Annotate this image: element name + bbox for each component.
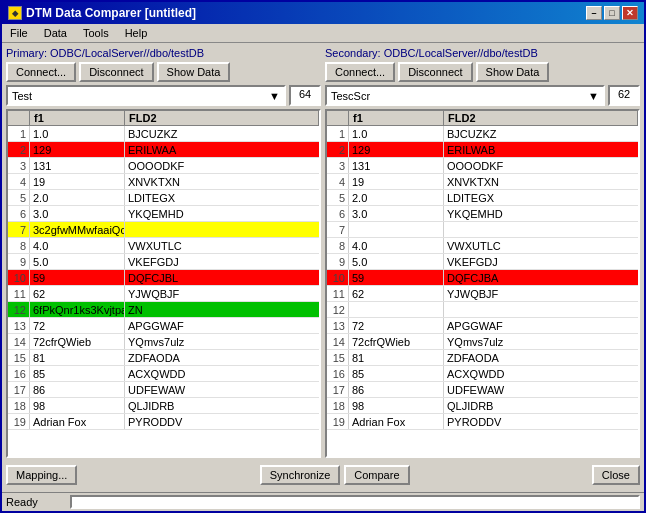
table-row[interactable]: 18 98 QLJIDRB — [8, 398, 319, 414]
close-button-bottom[interactable]: Close — [592, 465, 640, 485]
row-fld2 — [125, 222, 319, 237]
table-row[interactable]: 14 72cfrQWieb YQmvs7ulz — [8, 334, 319, 350]
table-row[interactable]: 17 86 UDFEWAW — [8, 382, 319, 398]
row-fld2: YKQEMHD — [444, 206, 638, 221]
secondary-disconnect-button[interactable]: Disconnect — [398, 62, 472, 82]
row-num: 11 — [8, 286, 30, 301]
table-row[interactable]: 3 131 OOOODKF — [8, 158, 319, 174]
row-f1: 59 — [349, 270, 444, 285]
main-content: Primary: ODBC/LocalServer//dbo/testDB Co… — [2, 43, 644, 492]
table-row[interactable]: 7 3c2gfwMMwfaaiQcsWcagvY9f... — [8, 222, 319, 238]
table-row[interactable]: 5 2.0 LDITEGX — [8, 190, 319, 206]
secondary-show-data-button[interactable]: Show Data — [476, 62, 550, 82]
table-row[interactable]: 16 85 ACXQWDD — [327, 366, 638, 382]
table-row[interactable]: 12 6fPkQnr1ks3KvjtpadtZvW19... ZN — [8, 302, 319, 318]
row-f1: 4.0 — [349, 238, 444, 253]
menu-data[interactable]: Data — [40, 26, 71, 40]
table-row[interactable]: 5 2.0 LDITEGX — [327, 190, 638, 206]
table-row[interactable]: 9 5.0 VKEFGDJ — [8, 254, 319, 270]
row-f1 — [349, 222, 444, 237]
menu-tools[interactable]: Tools — [79, 26, 113, 40]
table-row[interactable]: 10 59 DQFCJBA — [327, 270, 638, 286]
table-row[interactable]: 16 85 ACXQWDD — [8, 366, 319, 382]
row-f1: 6fPkQnr1ks3KvjtpadtZvW19... — [30, 302, 125, 317]
row-f1: 1.0 — [349, 126, 444, 141]
table-row[interactable]: 11 62 YJWQBJF — [8, 286, 319, 302]
table-row[interactable]: 13 72 APGGWAF — [327, 318, 638, 334]
row-f1: 3.0 — [349, 206, 444, 221]
table-row[interactable]: 10 59 DQFCJBL — [8, 270, 319, 286]
primary-controls: Connect... Disconnect Show Data — [6, 62, 321, 82]
menu-file[interactable]: File — [6, 26, 32, 40]
table-row[interactable]: 11 62 YJWQBJF — [327, 286, 638, 302]
row-num: 10 — [8, 270, 30, 285]
table-row[interactable]: 3 131 OOOODKF — [327, 158, 638, 174]
table-row[interactable]: 15 81 ZDFAODA — [327, 350, 638, 366]
table-row[interactable]: 19 Adrian Fox PYRODDV — [8, 414, 319, 430]
secondary-connect-button[interactable]: Connect... — [325, 62, 395, 82]
table-row[interactable]: 1 1.0 BJCUZKZ — [8, 126, 319, 142]
secondary-col-fld2: FLD2 — [444, 111, 638, 125]
maximize-button[interactable]: □ — [604, 6, 620, 20]
table-row[interactable]: 12 — [327, 302, 638, 318]
mapping-button[interactable]: Mapping... — [6, 465, 77, 485]
table-row[interactable]: 17 86 UDFEWAW — [327, 382, 638, 398]
row-fld2: BJCUZKZ — [444, 126, 638, 141]
table-row[interactable]: 2 129 ERILWAA — [8, 142, 319, 158]
primary-count: 64 — [289, 85, 321, 106]
row-fld2: YKQEMHD — [125, 206, 319, 221]
title-bar-left: ◆ DTM Data Comparer [untitled] — [8, 6, 196, 20]
primary-show-data-button[interactable]: Show Data — [157, 62, 231, 82]
primary-table-body: 1 1.0 BJCUZKZ 2 129 ERILWAA 3 131 OOOODK… — [8, 126, 319, 456]
primary-table-dropdown[interactable]: Test ▼ — [6, 85, 286, 106]
compare-button[interactable]: Compare — [344, 465, 409, 485]
status-text: Ready — [6, 496, 66, 508]
table-row[interactable]: 9 5.0 VKEFGDJ — [327, 254, 638, 270]
table-row[interactable]: 13 72 APGGWAF — [8, 318, 319, 334]
secondary-table-dropdown[interactable]: TescScr ▼ — [325, 85, 605, 106]
row-num: 4 — [8, 174, 30, 189]
row-fld2 — [444, 222, 638, 237]
table-row[interactable]: 15 81 ZDFAODA — [8, 350, 319, 366]
row-f1: 98 — [30, 398, 125, 413]
menu-help[interactable]: Help — [121, 26, 152, 40]
primary-connect-button[interactable]: Connect... — [6, 62, 76, 82]
table-row[interactable]: 8 4.0 VWXUTLC — [327, 238, 638, 254]
row-num: 5 — [8, 190, 30, 205]
row-f1: 5.0 — [30, 254, 125, 269]
row-num: 10 — [327, 270, 349, 285]
row-num: 9 — [8, 254, 30, 269]
row-f1: 1.0 — [30, 126, 125, 141]
row-fld2: QLJIDRB — [125, 398, 319, 413]
table-row[interactable]: 14 72cfrQWieb YQmvs7ulz — [327, 334, 638, 350]
row-f1: 72cfrQWieb — [30, 334, 125, 349]
row-num: 4 — [327, 174, 349, 189]
close-button[interactable]: ✕ — [622, 6, 638, 20]
table-row[interactable]: 7 — [327, 222, 638, 238]
row-f1: 131 — [30, 158, 125, 173]
row-fld2: OOOODKF — [125, 158, 319, 173]
table-row[interactable]: 6 3.0 YKQEMHD — [327, 206, 638, 222]
minimize-button[interactable]: – — [586, 6, 602, 20]
table-row[interactable]: 18 98 QLJIDRB — [327, 398, 638, 414]
table-row[interactable]: 4 19 XNVKTXN — [8, 174, 319, 190]
synchronize-button[interactable]: Synchronize — [260, 465, 341, 485]
table-row[interactable]: 2 129 ERILWAB — [327, 142, 638, 158]
row-num: 12 — [327, 302, 349, 317]
row-fld2: UDFEWAW — [125, 382, 319, 397]
row-f1: 2.0 — [30, 190, 125, 205]
table-row[interactable]: 19 Adrian Fox PYRODDV — [327, 414, 638, 430]
row-fld2: QLJIDRB — [444, 398, 638, 413]
row-f1: 131 — [349, 158, 444, 173]
primary-disconnect-button[interactable]: Disconnect — [79, 62, 153, 82]
table-row[interactable]: 4 19 XNVKTXN — [327, 174, 638, 190]
table-row[interactable]: 1 1.0 BJCUZKZ — [327, 126, 638, 142]
table-row[interactable]: 6 3.0 YKQEMHD — [8, 206, 319, 222]
row-fld2: UDFEWAW — [444, 382, 638, 397]
row-f1: 3.0 — [30, 206, 125, 221]
row-fld2: XNVKTXN — [125, 174, 319, 189]
row-num: 13 — [8, 318, 30, 333]
bottom-bar: Mapping... Synchronize Compare Close — [6, 462, 640, 488]
row-num: 18 — [8, 398, 30, 413]
table-row[interactable]: 8 4.0 VWXUTLC — [8, 238, 319, 254]
